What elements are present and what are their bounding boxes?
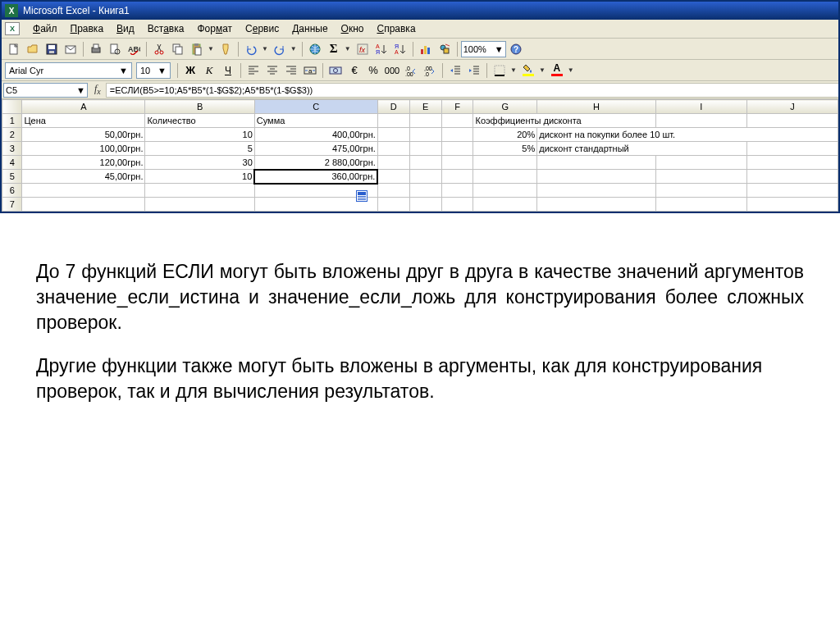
table-row[interactable]: 2 50,00грн. 10 400,00грн. 20% дисконт на… <box>2 128 838 142</box>
cut-button[interactable] <box>150 40 168 58</box>
menu-window[interactable]: Окно <box>335 21 371 36</box>
menu-view[interactable]: Вид <box>110 21 141 36</box>
cell[interactable] <box>537 156 655 170</box>
percent-button[interactable]: % <box>364 62 382 80</box>
col-header-d[interactable]: D <box>377 100 409 114</box>
cell[interactable] <box>441 184 473 198</box>
cell[interactable] <box>746 142 838 156</box>
row-header[interactable]: 5 <box>2 170 22 184</box>
help-button[interactable]: ? <box>507 40 525 58</box>
cell[interactable] <box>473 198 537 212</box>
cell[interactable] <box>441 114 473 128</box>
select-all-button[interactable] <box>2 100 22 114</box>
cell[interactable] <box>377 156 409 170</box>
copy-button[interactable] <box>169 40 187 58</box>
euro-button[interactable]: € <box>345 62 363 80</box>
hyperlink-button[interactable] <box>306 40 324 58</box>
table-row[interactable]: 4 120,00грн. 30 2 880,00грн. <box>2 156 838 170</box>
name-box[interactable]: C5▼ <box>3 83 88 98</box>
table-row[interactable]: 6 <box>2 184 838 198</box>
decrease-indent-button[interactable] <box>446 62 464 80</box>
col-header-a[interactable]: A <box>22 100 145 114</box>
currency-button[interactable] <box>326 62 345 80</box>
row-header[interactable]: 7 <box>2 198 22 212</box>
cell[interactable]: 100,00грн. <box>22 142 145 156</box>
bold-button[interactable]: Ж <box>181 62 199 80</box>
font-combo[interactable]: Arial Cyr▼ <box>5 62 132 79</box>
cell[interactable] <box>409 114 441 128</box>
print-button[interactable] <box>87 40 105 58</box>
decrease-decimal-button[interactable]: ,00,0 <box>421 62 439 80</box>
align-left-button[interactable] <box>244 62 262 80</box>
font-color-button[interactable]: A▼ <box>548 62 576 80</box>
fill-color-button[interactable]: ▼ <box>519 62 547 80</box>
open-button[interactable] <box>24 40 42 58</box>
cell[interactable] <box>746 170 838 184</box>
underline-button[interactable]: Ч <box>219 62 237 80</box>
cell[interactable] <box>377 128 409 142</box>
cell[interactable] <box>145 198 254 212</box>
cell[interactable] <box>22 198 145 212</box>
cell[interactable] <box>22 184 145 198</box>
col-header-h[interactable]: H <box>537 100 655 114</box>
paste-button[interactable]: ▼ <box>188 40 216 58</box>
cell[interactable] <box>409 128 441 142</box>
cell[interactable] <box>377 198 409 212</box>
cell[interactable]: Количество <box>145 114 254 128</box>
menu-help[interactable]: Справка <box>370 21 422 36</box>
cell[interactable] <box>537 198 655 212</box>
cell[interactable] <box>746 184 838 198</box>
cell[interactable] <box>473 156 537 170</box>
cell[interactable]: дисконт на покупки более 10 шт. <box>537 128 838 142</box>
italic-button[interactable]: К <box>200 62 218 80</box>
cell[interactable] <box>441 170 473 184</box>
drawing-button[interactable] <box>436 40 454 58</box>
cell[interactable]: 20% <box>473 128 537 142</box>
cell[interactable]: дисконт стандартный <box>537 142 747 156</box>
cell[interactable] <box>655 114 746 128</box>
cell[interactable]: Сумма <box>254 114 377 128</box>
cell[interactable] <box>441 156 473 170</box>
cell[interactable] <box>746 114 838 128</box>
cell[interactable] <box>537 184 655 198</box>
col-header-b[interactable]: B <box>145 100 254 114</box>
new-button[interactable] <box>5 40 23 58</box>
print-preview-button[interactable] <box>106 40 124 58</box>
cell[interactable]: 120,00грн. <box>22 156 145 170</box>
sort-desc-button[interactable]: ЯА <box>391 40 409 58</box>
chart-wizard-button[interactable] <box>417 40 435 58</box>
cell[interactable] <box>746 156 838 170</box>
cell[interactable] <box>746 198 838 212</box>
col-header-c[interactable]: C <box>254 100 377 114</box>
spelling-button[interactable]: ABC <box>125 40 143 58</box>
cell[interactable] <box>473 184 537 198</box>
increase-decimal-button[interactable]: ,0,00 <box>402 62 420 80</box>
row-header[interactable]: 1 <box>2 114 22 128</box>
cell[interactable] <box>377 142 409 156</box>
row-header[interactable]: 6 <box>2 184 22 198</box>
cell[interactable] <box>409 142 441 156</box>
cell[interactable] <box>409 198 441 212</box>
cell[interactable]: 400,00грн. <box>254 128 377 142</box>
zoom-combo[interactable]: 100%▼ <box>461 41 506 57</box>
cell[interactable]: Цена <box>22 114 145 128</box>
spreadsheet-grid[interactable]: A B C D E F G H I J 1 Цена Количество Су… <box>2 99 838 212</box>
cell[interactable]: 30 <box>145 156 254 170</box>
cell[interactable] <box>473 170 537 184</box>
menu-edit[interactable]: Правка <box>64 21 111 36</box>
cell[interactable] <box>655 184 746 198</box>
sort-asc-button[interactable]: АЯ <box>372 40 390 58</box>
menu-tools[interactable]: Сервис <box>239 21 285 36</box>
cell[interactable] <box>441 198 473 212</box>
col-header-f[interactable]: F <box>441 100 473 114</box>
font-size-combo[interactable]: 10▼ <box>136 62 171 79</box>
cell[interactable]: 5% <box>473 142 537 156</box>
cell[interactable] <box>655 156 746 170</box>
cell[interactable] <box>655 170 746 184</box>
cell[interactable]: Коэффициенты дисконта <box>473 114 655 128</box>
autofill-options-icon[interactable] <box>356 190 368 202</box>
email-button[interactable] <box>62 40 80 58</box>
increase-indent-button[interactable] <box>465 62 483 80</box>
align-center-button[interactable] <box>263 62 281 80</box>
borders-button[interactable]: ▼ <box>491 62 518 80</box>
